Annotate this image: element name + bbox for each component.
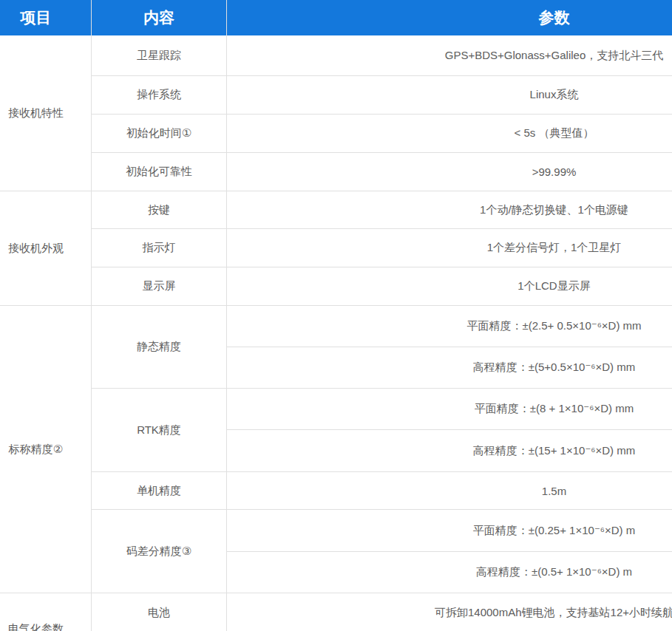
row-value-cell: 高程精度：±(0.5+ 1×10⁻⁶×D) m [227, 552, 672, 593]
row-content-cell: 初始化时间① [92, 115, 227, 152]
table-row: 显示屏 1个LCD显示屏 [92, 267, 672, 305]
row-content-cell: RTK精度 [92, 389, 227, 471]
section-item-label: 标称精度② [0, 306, 92, 593]
table-row: 指示灯 1个差分信号灯，1个卫星灯 [92, 229, 672, 267]
table-row: 初始化可靠性 >99.99% [92, 153, 672, 191]
section-item-label: 接收机外观 [0, 191, 92, 305]
row-value-cell: Linux系统 [227, 76, 672, 114]
row-value-group: 平面精度：±(2.5+ 0.5×10⁻⁶×D) mm 高程精度：±(5+0.5×… [227, 306, 672, 388]
table-row: 按键 1个动/静态切换键、1个电源键 [92, 191, 672, 229]
table-row: 单机精度 1.5m [92, 472, 672, 510]
table-row: 电池 可拆卸14000mAh锂电池，支持基站12+小时续航 [92, 593, 672, 631]
row-value-cell: 可拆卸14000mAh锂电池，支持基站12+小时续航 [227, 593, 672, 631]
spec-table: 项目 内容 参数 接收机特性 卫星跟踪 GPS+BDS+Glonass+Gali… [0, 0, 672, 631]
section-item-label: 接收机特性 [0, 35, 92, 191]
row-value-cell: 1个LCD显示屏 [227, 267, 672, 305]
column-header-param: 参数 [227, 0, 672, 35]
column-header-content: 内容 [92, 0, 227, 35]
row-content-cell: 单机精度 [92, 472, 227, 509]
row-value-cell: 平面精度：±(0.25+ 1×10⁻⁶×D) m [227, 510, 672, 552]
row-content-cell: 电池 [92, 593, 227, 631]
table-row: 初始化时间① < 5s （典型值） [92, 115, 672, 153]
table-row: RTK精度 平面精度：±(8 + 1×10⁻⁶×D) mm 高程精度：±(15+… [92, 389, 672, 472]
row-content-cell: 按键 [92, 191, 227, 228]
row-content-cell: 操作系统 [92, 76, 227, 114]
row-value-group: 平面精度：±(0.25+ 1×10⁻⁶×D) m 高程精度：±(0.5+ 1×1… [227, 510, 672, 593]
row-value-cell: GPS+BDS+Glonass+Galileo，支持北斗三代 [227, 35, 672, 75]
row-value-cell: 1个动/静态切换键、1个电源键 [227, 191, 672, 228]
column-header-item: 项目 [0, 0, 92, 35]
table-row: 码差分精度③ 平面精度：±(0.25+ 1×10⁻⁶×D) m 高程精度：±(0… [92, 510, 672, 593]
row-content-cell: 指示灯 [92, 229, 227, 267]
section-nominal-accuracy: 标称精度② 静态精度 平面精度：±(2.5+ 0.5×10⁻⁶×D) mm 高程… [0, 306, 672, 593]
row-content-cell: 静态精度 [92, 306, 227, 388]
section-receiver-features: 接收机特性 卫星跟踪 GPS+BDS+Glonass+Galileo，支持北斗三… [0, 35, 672, 191]
table-row: 卫星跟踪 GPS+BDS+Glonass+Galileo，支持北斗三代 [92, 35, 672, 76]
row-content-cell: 显示屏 [92, 267, 227, 305]
table-row: 静态精度 平面精度：±(2.5+ 0.5×10⁻⁶×D) mm 高程精度：±(5… [92, 306, 672, 389]
row-value-group: 平面精度：±(8 + 1×10⁻⁶×D) mm 高程精度：±(15+ 1×10⁻… [227, 389, 672, 471]
row-value-cell: 高程精度：±(5+0.5×10⁻⁶×D) mm [227, 347, 672, 388]
row-content-cell: 卫星跟踪 [92, 35, 227, 75]
table-row: 操作系统 Linux系统 [92, 76, 672, 115]
table-header: 项目 内容 参数 [0, 0, 672, 35]
row-value-cell: >99.99% [227, 153, 672, 191]
row-content-cell: 初始化可靠性 [92, 153, 227, 191]
row-value-cell: 1个差分信号灯，1个卫星灯 [227, 229, 672, 267]
section-electrical-params: 电气化参数 电池 可拆卸14000mAh锂电池，支持基站12+小时续航 [0, 593, 672, 631]
row-value-cell: 平面精度：±(2.5+ 0.5×10⁻⁶×D) mm [227, 306, 672, 347]
row-value-cell: 高程精度：±(15+ 1×10⁻⁶×D) mm [227, 430, 672, 471]
row-value-cell: < 5s （典型值） [227, 115, 672, 152]
row-content-cell: 码差分精度③ [92, 510, 227, 593]
row-value-cell: 平面精度：±(8 + 1×10⁻⁶×D) mm [227, 389, 672, 430]
section-item-label: 电气化参数 [0, 593, 92, 631]
section-receiver-appearance: 接收机外观 按键 1个动/静态切换键、1个电源键 指示灯 1个差分信号灯，1个卫… [0, 191, 672, 306]
spec-table-inner: 项目 内容 参数 接收机特性 卫星跟踪 GPS+BDS+Glonass+Gali… [0, 0, 672, 631]
row-value-cell: 1.5m [227, 472, 672, 509]
